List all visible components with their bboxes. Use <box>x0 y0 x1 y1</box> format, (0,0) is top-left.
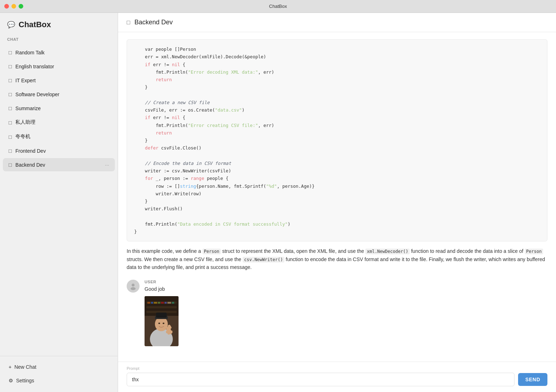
sidebar-item-random-talk[interactable]: □ Random Talk ··· <box>3 46 115 59</box>
chat-area[interactable]: var people []Person err = xml.NewDecoder… <box>118 32 556 362</box>
gear-icon: ⚙ <box>9 378 13 383</box>
close-button[interactable] <box>4 4 9 9</box>
chat-bubble-icon: □ <box>9 63 12 69</box>
user-label: USER <box>145 280 547 284</box>
svg-rect-14 <box>172 302 174 304</box>
prompt-row: SEND <box>127 373 547 386</box>
chat-icon: 💬 <box>7 21 15 29</box>
app-title: ChatBox <box>19 20 51 29</box>
settings-label: Settings <box>16 378 34 383</box>
svg-rect-13 <box>167 302 171 304</box>
sidebar-item-label: Software Developer <box>15 92 105 97</box>
response-paragraph: In this example code, we define a Person… <box>127 247 547 271</box>
code-block: var people []Person err = xml.NewDecoder… <box>127 39 547 241</box>
titlebar: ChatBox <box>0 0 556 13</box>
sidebar-item-frontend-dev[interactable]: □ Frontend Dev ··· <box>3 144 115 157</box>
sidebar-item-label: IT Expert <box>15 78 105 83</box>
svg-rect-10 <box>158 302 160 304</box>
prompt-area: Prompt SEND <box>118 362 556 392</box>
chat-bubble-icon: □ <box>9 134 12 140</box>
user-message: USER Good job <box>127 280 547 346</box>
svg-point-19 <box>158 323 160 324</box>
user-avatar <box>127 280 140 293</box>
prompt-input[interactable] <box>127 373 514 386</box>
minimize-button[interactable] <box>11 4 16 9</box>
item-menu-icon[interactable]: ··· <box>105 162 109 168</box>
titlebar-title: ChatBox <box>269 4 287 9</box>
svg-rect-23 <box>166 330 172 333</box>
user-text: Good job <box>145 286 547 292</box>
chat-section-label: CHAT <box>0 33 118 44</box>
sidebar-items-list: □ Random Talk ··· □ English translator ·… <box>0 44 118 356</box>
sidebar-item-it-expert[interactable]: □ IT Expert ··· <box>3 74 115 87</box>
sidebar-item-backend-dev[interactable]: □ Backend Dev ··· <box>3 158 115 171</box>
main-content: □ Backend Dev var people []Person err = … <box>118 13 556 392</box>
svg-rect-5 <box>146 306 177 308</box>
main-header: □ Backend Dev <box>118 13 556 32</box>
prompt-label: Prompt <box>127 366 547 371</box>
settings-button[interactable]: ⚙ Settings <box>3 374 115 387</box>
svg-rect-8 <box>151 302 153 304</box>
sidebar: 💬 ChatBox CHAT □ Random Talk ··· □ Engli… <box>0 13 118 392</box>
svg-rect-7 <box>147 302 150 304</box>
chat-bubble-icon: □ <box>9 148 12 154</box>
plus-icon: + <box>9 364 11 370</box>
sidebar-item-label: 私人助理 <box>15 119 105 126</box>
sidebar-header: 💬 ChatBox <box>0 13 118 33</box>
sidebar-item-summarize[interactable]: □ Summarize ··· <box>3 102 115 115</box>
user-message-content: USER Good job <box>145 280 547 346</box>
sidebar-item-label: Random Talk <box>15 50 105 55</box>
sidebar-item-label: English translator <box>15 64 105 69</box>
chat-bubble-icon: □ <box>9 91 12 97</box>
chat-bubble-icon: □ <box>9 162 12 168</box>
sidebar-item-label: 夸夸机 <box>15 133 105 140</box>
svg-point-0 <box>132 284 135 286</box>
new-chat-button[interactable]: + New Chat <box>3 361 115 373</box>
thumbs-up-image <box>145 296 179 346</box>
chat-bubble-icon: □ <box>9 77 12 83</box>
chat-bubble-icon: □ <box>9 119 12 126</box>
sidebar-item-label: Summarize <box>15 106 105 111</box>
svg-rect-11 <box>161 302 164 304</box>
chat-bubble-icon: □ <box>9 49 12 55</box>
sidebar-item-praise-machine[interactable]: □ 夸夸机 ··· <box>3 130 115 143</box>
traffic-lights <box>4 4 23 9</box>
sidebar-item-software-developer[interactable]: □ Software Developer ··· <box>3 88 115 101</box>
chat-bubble-icon: □ <box>9 105 12 111</box>
chat-header-icon: □ <box>127 19 130 26</box>
sidebar-item-english-translator[interactable]: □ English translator ··· <box>3 60 115 73</box>
new-chat-label: New Chat <box>14 364 36 370</box>
sidebar-item-personal-assistant[interactable]: □ 私人助理 ··· <box>3 116 115 129</box>
sidebar-item-label: Frontend Dev <box>15 148 105 154</box>
maximize-button[interactable] <box>19 4 23 9</box>
svg-rect-18 <box>156 313 167 318</box>
svg-point-20 <box>163 323 165 324</box>
sidebar-footer: + New Chat ⚙ Settings <box>0 356 118 392</box>
sidebar-item-label: Backend Dev <box>15 162 105 168</box>
svg-point-1 <box>131 287 136 290</box>
app-container: 💬 ChatBox CHAT □ Random Talk ··· □ Engli… <box>0 13 556 392</box>
svg-rect-12 <box>165 302 167 304</box>
chat-header-title: Backend Dev <box>135 19 173 26</box>
svg-rect-9 <box>154 302 157 304</box>
send-button[interactable]: SEND <box>518 373 547 386</box>
